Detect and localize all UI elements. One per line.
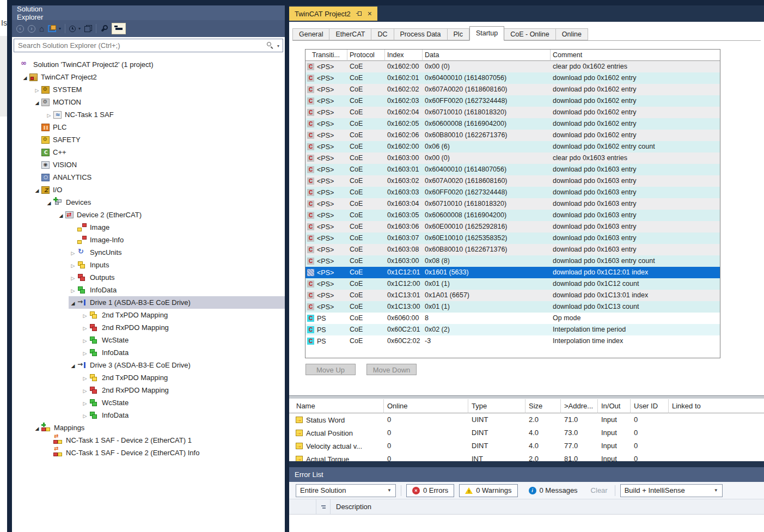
pin-icon[interactable] xyxy=(356,10,363,17)
tree-item[interactable]: 2nd RxPDO Mapping xyxy=(12,384,285,396)
build-filter-dropdown[interactable]: Build + IntelliSense ▼ xyxy=(620,484,723,497)
chevron-down-icon[interactable]: ▾ xyxy=(78,26,81,31)
expander-collapsed-icon[interactable] xyxy=(81,411,89,419)
startup-row[interactable]: <PS>CoE0x1C12:010x1601 (5633)download pd… xyxy=(305,267,720,278)
tree-item[interactable]: Drive 1 (ASDA-B3-E CoE Drive) xyxy=(12,296,285,309)
expander-expanded-icon[interactable] xyxy=(33,424,41,432)
startup-row[interactable]: <PS>CoE0x1603:050x60600008 (1616904200)d… xyxy=(305,210,720,221)
table-row[interactable]: Status Word0UINT2.071.0Input0 xyxy=(289,413,764,426)
tree-item[interactable]: WcState xyxy=(12,396,285,409)
tree-item[interactable]: SYSTEM xyxy=(12,83,285,96)
startup-row[interactable]: PSCoE0x60C2:02-3Interpolation time index xyxy=(305,335,720,347)
expander-collapsed-icon[interactable] xyxy=(81,374,89,382)
expander-expanded-icon[interactable] xyxy=(69,361,77,369)
tree-item[interactable]: Device 2 (EtherCAT) xyxy=(12,209,285,221)
tab-general[interactable]: General xyxy=(292,28,329,40)
document-tab[interactable]: TwinCAT Project2 × xyxy=(289,7,377,21)
tab-online[interactable]: Online xyxy=(556,28,588,40)
tree-item[interactable]: Mappings xyxy=(12,421,285,434)
expander-collapsed-icon[interactable] xyxy=(81,386,89,394)
startup-row[interactable]: <PS>CoE0x1603:000x00 (0)clear pdo 0x1603… xyxy=(305,152,720,164)
tab-ethercat[interactable]: EtherCAT xyxy=(329,28,371,40)
forward-icon[interactable]: › xyxy=(28,25,35,33)
expander-collapsed-icon[interactable] xyxy=(81,336,89,344)
search-options-chevron-icon[interactable]: ▾ xyxy=(277,44,279,48)
expander-expanded-icon[interactable] xyxy=(45,198,53,206)
expander-expanded-icon[interactable] xyxy=(57,211,65,219)
table-row[interactable]: Velocity actual v...0DINT4.077.0Input0 xyxy=(289,439,764,452)
tree-item[interactable]: TwinCAT Project2 xyxy=(12,71,285,83)
expander-collapsed-icon[interactable] xyxy=(81,323,89,332)
messages-filter-button[interactable]: i 0 Messages xyxy=(523,484,584,497)
startup-row[interactable]: <PS>CoE0x1C12:000x01 (1)download pdo 0x1… xyxy=(305,278,720,290)
tab-coe-online[interactable]: CoE - Online xyxy=(504,28,556,40)
expander-collapsed-icon[interactable] xyxy=(69,261,77,269)
tree-item[interactable]: 2nd TxPDO Mapping xyxy=(12,309,285,321)
move-up-button[interactable]: Move Up xyxy=(305,364,356,375)
tree-item[interactable]: ⇄NC-Task 1 SAF - Device 2 (EtherCAT) 1 xyxy=(12,434,285,447)
tab-startup[interactable]: Startup xyxy=(469,26,504,41)
move-down-button[interactable]: Move Down xyxy=(366,364,417,375)
tree-item[interactable]: Outputs xyxy=(12,271,285,284)
errors-filter-button[interactable]: × 0 Errors xyxy=(406,484,454,497)
tree-item[interactable]: NC-Task 1 SAF xyxy=(12,108,285,121)
tree-item[interactable]: 2nd TxPDO Mapping xyxy=(12,371,285,384)
properties-icon[interactable] xyxy=(100,25,108,33)
startup-row[interactable]: <PS>CoE0x1602:040x60710010 (1618018320)d… xyxy=(305,107,720,118)
tree-item[interactable]: Devices xyxy=(12,196,285,209)
tree-item[interactable]: VISION xyxy=(12,158,285,171)
startup-row[interactable]: <PS>CoE0x1603:040x60710010 (1618018320)d… xyxy=(305,198,720,210)
expander-expanded-icon[interactable] xyxy=(21,73,29,81)
startup-row[interactable]: <PS>CoE0x1602:030x60FF0020 (1627324448)d… xyxy=(305,95,720,107)
startup-row[interactable]: <PS>CoE0x1C13:010x1A01 (6657)download pd… xyxy=(305,290,720,301)
tree-item[interactable]: ⇄NC-Task 1 SAF - Device 2 (EtherCAT) Inf… xyxy=(12,447,285,459)
startup-row[interactable]: <PS>CoE0x1603:080x60B80010 (1622671376)d… xyxy=(305,244,720,255)
chevron-down-icon[interactable]: ▾ xyxy=(59,26,61,31)
startup-row[interactable]: PSCoE0x6060:008Op mode xyxy=(305,313,720,324)
clear-button[interactable]: Clear xyxy=(589,486,610,494)
tree-item[interactable]: SyncUnits xyxy=(12,246,285,259)
tree-item[interactable]: SAFETY xyxy=(12,133,285,146)
tab-plc[interactable]: Plc xyxy=(448,28,469,40)
startup-row[interactable]: <PS>CoE0x1602:000x06 (6)download pdo 0x1… xyxy=(305,141,720,152)
expander-collapsed-icon[interactable] xyxy=(45,111,53,119)
home-icon[interactable]: ⌂ xyxy=(39,24,44,33)
startup-row[interactable]: <PS>CoE0x1603:070x60E10010 (1625358352)d… xyxy=(305,233,720,244)
tree-item[interactable]: C++ xyxy=(12,146,285,158)
expander-expanded-icon[interactable] xyxy=(33,98,41,106)
search-icon[interactable] xyxy=(267,42,271,46)
startup-row[interactable]: <PS>CoE0x1602:010x60400010 (1614807056)d… xyxy=(305,72,720,84)
expander-collapsed-icon[interactable] xyxy=(69,286,77,294)
tree-item[interactable]: 2nd RxPDO Mapping xyxy=(12,321,285,334)
tree-item[interactable]: I/O xyxy=(12,184,285,196)
horizontal-splitter[interactable] xyxy=(289,395,764,399)
scope-dropdown[interactable]: Entire Solution ▼ xyxy=(296,484,396,497)
startup-row[interactable]: <PS>CoE0x1603:020x607A0020 (1618608160)d… xyxy=(305,175,720,187)
switch-views-icon[interactable] xyxy=(84,25,92,32)
tree-item[interactable]: Drive 3 (ASDA-B3-E CoE Drive) xyxy=(12,359,285,371)
tree-item[interactable]: MOTION xyxy=(12,96,285,108)
table-row[interactable]: Actual Position0DINT4.073.0Input0 xyxy=(289,426,764,439)
table-row[interactable]: Actual Torque0INT2.081.0Input0 xyxy=(289,452,764,461)
tree-item[interactable]: InfoData xyxy=(12,409,285,421)
pending-changes-filter-icon[interactable] xyxy=(69,26,76,32)
tab-dc[interactable]: DC xyxy=(371,28,394,40)
tree-item[interactable]: PLC xyxy=(12,121,285,133)
expander-collapsed-icon[interactable] xyxy=(81,399,89,407)
tree-item[interactable]: InfoData xyxy=(12,346,285,359)
startup-row[interactable]: <PS>CoE0x1C13:000x01 (1)download pdo 0x1… xyxy=(305,301,720,313)
expander-collapsed-icon[interactable] xyxy=(81,348,89,357)
tree-item[interactable]: InfoData xyxy=(12,284,285,296)
preview-selected-items-toggle[interactable] xyxy=(112,23,126,34)
expander-expanded-icon[interactable] xyxy=(33,186,41,194)
startup-row[interactable]: <PS>CoE0x1602:060x60B80010 (1622671376)d… xyxy=(305,130,720,141)
panel-splitter[interactable] xyxy=(285,0,289,532)
expander-collapsed-icon[interactable] xyxy=(69,273,77,282)
startup-row[interactable]: <PS>CoE0x1603:010x60400010 (1614807056)d… xyxy=(305,164,720,175)
tree-item[interactable]: Solution 'TwinCAT Project2' (1 project) xyxy=(12,58,285,71)
startup-row[interactable]: <PS>CoE0x1602:050x60600008 (1616904200)d… xyxy=(305,118,720,130)
tree-item[interactable]: Inputs xyxy=(12,259,285,271)
search-input[interactable] xyxy=(14,39,283,52)
tree-item[interactable]: Image xyxy=(12,221,285,234)
startup-row[interactable]: <PS>CoE0x1603:060x60E00010 (1625292816)d… xyxy=(305,221,720,233)
